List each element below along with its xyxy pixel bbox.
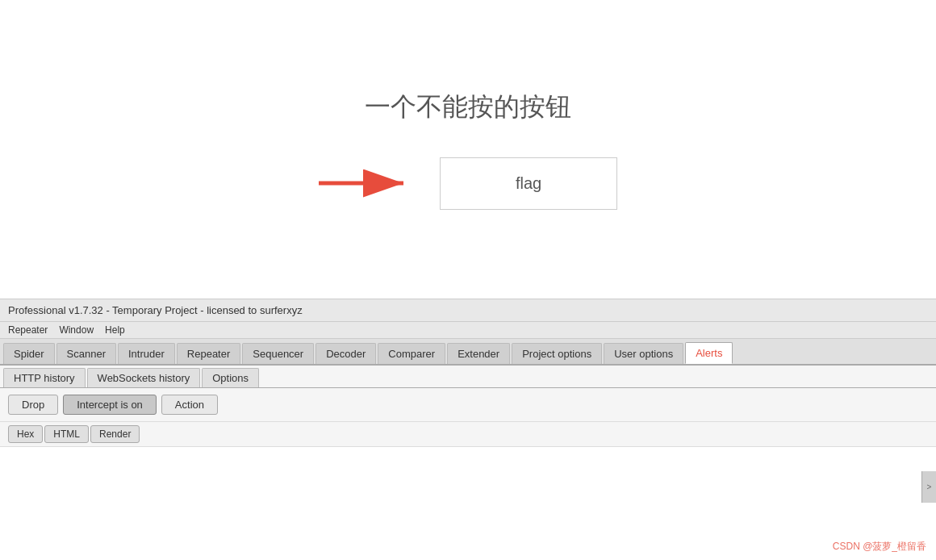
tab-spider[interactable]: Spider — [3, 343, 55, 364]
menu-repeater[interactable]: Repeater — [8, 324, 48, 336]
tab-scanner[interactable]: Scanner — [56, 343, 116, 364]
tab-user-options[interactable]: User options — [604, 343, 683, 364]
burp-suite-area: Professional v1.7.32 - Temporary Project… — [0, 299, 936, 447]
burp-title: Professional v1.7.32 - Temporary Project… — [8, 304, 303, 316]
burp-main-tabs: Spider Scanner Intruder Repeater Sequenc… — [0, 339, 936, 366]
burp-menu-bar: Repeater Window Help — [0, 322, 936, 339]
burp-view-tabs: Hex HTML Render — [0, 422, 936, 447]
tab-repeater[interactable]: Repeater — [177, 343, 240, 364]
menu-window[interactable]: Window — [59, 324, 94, 336]
view-tab-hex[interactable]: Hex — [8, 425, 43, 443]
menu-help[interactable]: Help — [105, 324, 125, 336]
tab-sequencer[interactable]: Sequencer — [242, 343, 314, 364]
burp-title-bar: Professional v1.7.32 - Temporary Project… — [0, 299, 936, 322]
view-tab-html[interactable]: HTML — [44, 425, 89, 443]
tab-extender[interactable]: Extender — [447, 343, 510, 364]
tab-project-options[interactable]: Project options — [512, 343, 602, 364]
scroll-indicator[interactable]: > — [921, 471, 936, 503]
tab-intruder[interactable]: Intruder — [118, 343, 175, 364]
sub-tab-options[interactable]: Options — [202, 368, 259, 387]
intercept-button[interactable]: Intercept is on — [63, 395, 157, 415]
burp-toolbar: Drop Intercept is on Action — [0, 388, 936, 422]
view-tab-render[interactable]: Render — [90, 425, 140, 443]
sub-tab-http-history[interactable]: HTTP history — [3, 368, 86, 387]
tab-alerts[interactable]: Alerts — [685, 342, 733, 364]
flag-button[interactable]: flag — [440, 157, 617, 210]
watermark: CSDN @菠萝_橙留香 — [833, 540, 926, 554]
tab-comparer[interactable]: Comparer — [378, 343, 445, 364]
red-arrow-icon — [319, 167, 416, 199]
sub-tab-websockets-history[interactable]: WebSockets history — [87, 368, 201, 387]
action-button[interactable]: Action — [161, 395, 218, 415]
page-title: 一个不能按的按钮 — [365, 90, 571, 125]
tab-decoder[interactable]: Decoder — [315, 343, 376, 364]
web-area: 一个不能按的按钮 flag — [0, 0, 936, 299]
drop-button[interactable]: Drop — [8, 395, 58, 415]
burp-sub-tabs: HTTP history WebSockets history Options — [0, 366, 936, 388]
button-area: flag — [319, 157, 617, 210]
